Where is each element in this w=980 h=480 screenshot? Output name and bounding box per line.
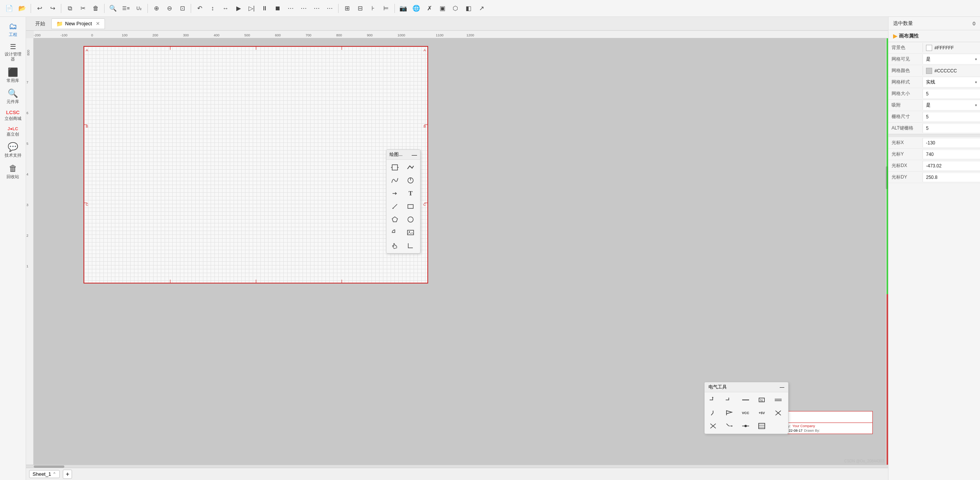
capture-btn[interactable]: 📷 [397,2,409,15]
mirror-v-btn[interactable]: ↕ [206,2,219,15]
prop-grid-size-input[interactable] [923,90,980,98]
zoom-fit-btn[interactable]: ⊡ [176,2,188,15]
align-btn[interactable]: ⊦ [367,2,379,15]
elec-component2-btn[interactable] [755,420,769,432]
noconnect-btn[interactable]: ✗ [423,2,435,15]
draw-polygon-btn[interactable] [388,213,402,226]
grid-color-swatch[interactable] [926,68,932,74]
layers-btn[interactable]: ◧ [462,2,474,15]
draw-image-btn[interactable] [404,226,417,239]
draw-wire-btn[interactable] [404,161,417,174]
watermark: CSDN @Ou_20844303 [844,459,884,463]
prop-grid-visible-select[interactable]: 是 ▾ [923,54,980,64]
filter-btn[interactable]: ☰≡ [120,2,132,15]
svg-rect-25 [759,423,765,429]
drawing-panel-collapse[interactable]: — [412,152,417,158]
sidebar-item-support[interactable]: 💬 技术支持 [2,140,25,160]
zoom-in-btn[interactable]: ⊕ [150,2,162,15]
scrollbar-h-thumb[interactable] [34,465,64,468]
share-btn[interactable]: ↗ [475,2,488,15]
draw-arrow-btn[interactable] [388,187,402,200]
canvas-viewport[interactable]: A A B B C C 绘图... — [34,38,888,465]
electrical-panel: 电气工具 — [704,382,789,434]
netlist-btn[interactable]: 🌐 [410,2,422,15]
undo-btn[interactable]: ↩ [33,2,46,15]
sidebar-item-component-lib[interactable]: 🔍 元件库 [2,86,25,106]
elec-wire-angle-btn[interactable] [722,394,736,406]
draw-rect-btn[interactable] [404,200,417,213]
draw-component-btn[interactable] [388,161,402,174]
draw-hand-btn[interactable] [388,239,402,252]
sidebar-item-project[interactable]: 🗂 工程 [2,19,25,39]
dots2-btn[interactable]: ⋯ [298,2,310,15]
play-btn[interactable]: ▶ [232,2,245,15]
ruler-tick-400: 400 [214,33,219,37]
open-file-btn[interactable]: 📂 [16,2,28,15]
elec-net-flag-btn[interactable] [722,407,736,419]
sheet-tab-expand-icon[interactable]: ⌃ [52,472,56,477]
draw-pencil-btn[interactable] [388,200,402,213]
dots4-btn[interactable]: ⋯ [324,2,336,15]
elec-bus-entry-btn[interactable] [706,407,720,419]
elec-cross-btn[interactable] [771,407,785,419]
table2-btn[interactable]: ⊟ [354,2,366,15]
prop-grid-style-select[interactable]: 实线 ▾ [923,77,980,87]
rotate-ccw-btn[interactable]: ↶ [193,2,206,15]
draw-corner-btn[interactable] [404,239,417,252]
new-file-btn[interactable]: 📄 [3,2,15,15]
sidebar-item-lcsc[interactable]: LCSC 立创商城 [2,107,25,123]
svg-text:N: N [760,398,763,402]
dots3-btn[interactable]: ⋯ [311,2,323,15]
elec-no-connect-btn[interactable] [706,420,720,432]
prop-alt-grid-input[interactable] [923,124,980,133]
tab-project[interactable]: 📁 New Project ✕ [51,18,105,29]
selection-count-label: 选中数量 [893,20,913,27]
prop-grid-color-value[interactable]: #CCCCCC [923,66,980,75]
mirror-h-btn[interactable]: ↔ [219,2,232,15]
elec-net-label-btn[interactable]: N [755,394,769,406]
draw-text-btn[interactable]: T [404,187,417,200]
copy-btn[interactable]: ⧉ [64,2,76,15]
sidebar-item-design-manager[interactable]: ☰ 设计管理器 [2,40,25,64]
sheet-tab[interactable]: Sheet_1 ⌃ [29,470,60,478]
stop-btn[interactable]: ⏹ [272,2,284,15]
add-sheet-btn[interactable]: + [63,470,72,479]
elec-vcc-btn[interactable]: VCC [739,407,753,419]
elec-wire-line-btn[interactable] [739,394,753,406]
cut-btn[interactable]: ✂ [77,2,89,15]
prop-snap-select[interactable]: 是 ▾ [923,100,980,110]
sidebar-item-recycle[interactable]: 🗑 回收站 [2,161,25,182]
prop-cell-size-input[interactable] [923,113,980,121]
sidebar-item-common-lib[interactable]: ⬛ 常用库 [2,65,25,85]
elec-plus5v-btn[interactable]: +5V [755,407,769,419]
redo-btn[interactable]: ↪ [46,2,59,15]
bg-color-swatch[interactable] [926,45,932,51]
prop-bg-color-value[interactable]: #FFFFFF [923,43,980,52]
sidebar-item-jlc[interactable]: J●LC 嘉立创 [2,124,25,139]
draw-curve-btn[interactable] [388,174,402,187]
pause-btn[interactable]: ⏸ [258,2,271,15]
scrollbar-horizontal[interactable] [26,465,888,468]
pcb-btn[interactable]: ▣ [436,2,448,15]
tab-home[interactable]: 开始 [29,18,51,29]
subscript-btn[interactable]: U₂ [133,2,145,15]
3d-btn[interactable]: ⬡ [449,2,461,15]
elec-probe-btn[interactable] [722,420,736,432]
prop-snap-label: 吸附 [888,100,923,110]
search-btn[interactable]: 🔍 [107,2,119,15]
distribute-btn[interactable]: ⊨ [380,2,392,15]
elec-junction-btn[interactable] [739,420,753,432]
tab-close-icon[interactable]: ✕ [96,21,100,26]
text-icon: T [409,190,413,197]
elec-bus-wire-btn[interactable] [771,394,785,406]
draw-partial-circle-btn[interactable] [388,226,402,239]
step-btn[interactable]: ▷| [245,2,258,15]
zoom-out-btn[interactable]: ⊖ [163,2,175,15]
draw-arc-btn[interactable] [404,174,417,187]
electrical-panel-close[interactable]: — [780,385,784,390]
draw-circle-btn[interactable] [404,213,417,226]
table-btn[interactable]: ⊞ [341,2,353,15]
dots1-btn[interactable]: ⋯ [285,2,297,15]
delete-btn[interactable]: 🗑 [90,2,102,15]
elec-wire-bend-btn[interactable] [706,394,720,406]
